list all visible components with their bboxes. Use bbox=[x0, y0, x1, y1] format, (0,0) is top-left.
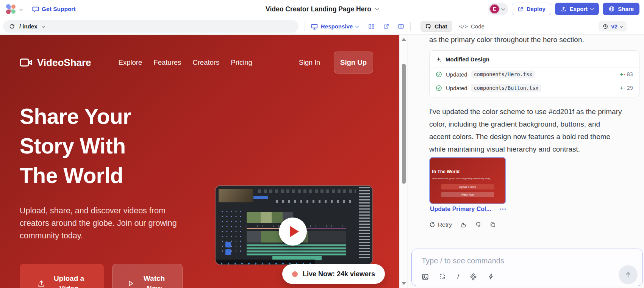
message-line-2: color, including the gradient background… bbox=[429, 118, 643, 130]
message-actions: Retry bbox=[429, 221, 496, 228]
assistant-message-tail: as the primary color throughout the hero… bbox=[429, 36, 641, 44]
hero-heading-line-2: Story With bbox=[20, 131, 131, 161]
device-selector[interactable]: Responsive bbox=[311, 23, 358, 30]
logo-chevron-icon[interactable] bbox=[19, 7, 23, 11]
editor-decor bbox=[276, 200, 352, 203]
refresh-icon[interactable] bbox=[9, 23, 15, 29]
video-camera-icon bbox=[20, 58, 33, 67]
globe-icon bbox=[608, 6, 615, 12]
site-brand[interactable]: VideoShare bbox=[20, 57, 91, 69]
modified-design-title: Modified Design bbox=[445, 56, 489, 63]
chat-input[interactable] bbox=[422, 257, 581, 265]
preview-scrollbar[interactable] bbox=[399, 35, 408, 288]
editor-decor bbox=[359, 187, 370, 258]
upload-button-label: Upload a Video bbox=[52, 274, 86, 288]
tab-chat[interactable]: Chat bbox=[420, 21, 452, 32]
url-bar[interactable]: / index bbox=[3, 20, 299, 33]
sign-up-button[interactable]: Sign Up bbox=[334, 52, 373, 74]
live-now-badge: Live Now: 24k viewers bbox=[282, 264, 385, 284]
scroll-down-arrow-icon[interactable] bbox=[402, 282, 406, 285]
deploy-label: Deploy bbox=[527, 6, 546, 12]
file-update-row[interactable]: Updated components/Button.tsx +-29 bbox=[430, 81, 639, 97]
row-action: Updated bbox=[446, 71, 467, 78]
thumb-mini-watch-button: Watch Now bbox=[441, 192, 494, 197]
export-icon bbox=[561, 6, 567, 12]
deploy-button[interactable]: Deploy bbox=[512, 3, 551, 15]
tab-code[interactable]: </> Code bbox=[459, 23, 485, 30]
export-button[interactable]: Export bbox=[555, 3, 599, 15]
diff-count: 83 bbox=[627, 71, 633, 77]
export-label: Export bbox=[570, 6, 588, 12]
thumbs-down-icon[interactable] bbox=[475, 222, 481, 228]
code-tab-label: Code bbox=[471, 23, 485, 30]
avatar: E bbox=[489, 4, 500, 14]
scroll-up-arrow-icon[interactable] bbox=[402, 38, 406, 41]
chat-input-box[interactable]: / bbox=[411, 249, 643, 286]
sign-up-label: Sign Up bbox=[340, 58, 367, 67]
select-element-icon[interactable] bbox=[439, 273, 447, 280]
version-caption-row: Update Primary Col... ⋯ bbox=[430, 205, 506, 213]
modified-design-header: Modified Design bbox=[430, 51, 639, 67]
page-path: / index bbox=[19, 23, 38, 30]
file-update-row[interactable]: Updated components/Hero.tsx +-83 bbox=[430, 67, 639, 81]
scrollbar-thumb[interactable] bbox=[402, 64, 406, 184]
version-menu-dots-icon[interactable]: ⋯ bbox=[500, 205, 506, 213]
nav-link-creators[interactable]: Creators bbox=[192, 58, 219, 67]
hero-heading-line-3: The World bbox=[20, 161, 131, 190]
chat-panel: as the primary color throughout the hero… bbox=[408, 35, 644, 288]
file-chip: components/Hero.tsx bbox=[471, 70, 535, 78]
account-menu[interactable]: E bbox=[488, 3, 508, 15]
version-selector[interactable]: v2 bbox=[599, 21, 627, 31]
message-line-3: accent colors. The design now features a… bbox=[429, 130, 643, 143]
image-icon[interactable] bbox=[422, 273, 429, 280]
modified-design-card: Modified Design Updated components/Hero.… bbox=[429, 50, 639, 97]
monitor-icon bbox=[311, 23, 318, 30]
editor-decor bbox=[219, 189, 253, 202]
split-view-icon[interactable] bbox=[398, 23, 404, 30]
hero-heading-line-1: Share Your bbox=[20, 102, 131, 131]
sparkle-icon bbox=[436, 56, 442, 63]
thumb-mini-upload-button: Upload a Video bbox=[441, 184, 494, 189]
check-circle-icon bbox=[436, 85, 442, 91]
version-thumbnail[interactable]: th The World deos around the globe. Join… bbox=[429, 157, 506, 204]
support-bubble-icon bbox=[32, 6, 39, 13]
path-chevron-icon[interactable] bbox=[41, 24, 45, 28]
nav-link-features[interactable]: Features bbox=[153, 58, 181, 67]
editor-decor bbox=[225, 249, 231, 255]
main-area: VideoShare Explore Features Creators Pri… bbox=[0, 35, 644, 288]
slash-command-icon[interactable]: / bbox=[457, 272, 459, 281]
version-label: v2 bbox=[611, 23, 617, 30]
row-action: Updated bbox=[446, 85, 467, 91]
get-support-link[interactable]: Get Support bbox=[32, 6, 76, 13]
watch-now-button[interactable]: Watch Now bbox=[112, 264, 183, 288]
diff-plus: + bbox=[620, 85, 623, 91]
components-icon[interactable] bbox=[368, 23, 375, 30]
lightning-icon[interactable] bbox=[488, 273, 494, 280]
nav-link-explore[interactable]: Explore bbox=[119, 58, 142, 67]
copy-icon[interactable] bbox=[490, 222, 496, 228]
send-button[interactable] bbox=[619, 265, 638, 284]
brand-name: VideoShare bbox=[37, 57, 91, 69]
live-badge-label: Live Now: 24k viewers bbox=[303, 270, 375, 278]
sign-in-link[interactable]: Sign In bbox=[299, 59, 320, 67]
toolbar-icon-group bbox=[368, 23, 404, 30]
hero-subheading: Upload, share, and discover videos from … bbox=[20, 205, 185, 242]
diff-plus: + bbox=[620, 71, 623, 77]
play-button[interactable] bbox=[279, 218, 307, 246]
diff-minus: - bbox=[623, 85, 626, 91]
retry-button[interactable]: Retry bbox=[429, 221, 452, 228]
preview-pane: VideoShare Explore Features Creators Pri… bbox=[0, 35, 399, 288]
hero-heading: Share Your Story With The World bbox=[20, 102, 131, 190]
diamonds-icon[interactable] bbox=[470, 273, 477, 280]
app-logo[interactable] bbox=[6, 4, 16, 14]
upload-video-button[interactable]: Upload a Video bbox=[20, 264, 104, 288]
share-button[interactable]: Share bbox=[603, 3, 639, 15]
app-header: Get Support Video Creator Landing Page H… bbox=[0, 0, 644, 18]
toolbar-divider-2 bbox=[410, 22, 411, 31]
nav-link-pricing[interactable]: Pricing bbox=[231, 58, 252, 67]
open-in-new-icon[interactable] bbox=[383, 23, 389, 30]
thumbs-up-icon[interactable] bbox=[460, 222, 467, 228]
input-toolbar: / bbox=[422, 272, 494, 281]
version-caption[interactable]: Update Primary Col... bbox=[430, 206, 491, 213]
watch-button-label: Watch Now bbox=[141, 274, 168, 288]
